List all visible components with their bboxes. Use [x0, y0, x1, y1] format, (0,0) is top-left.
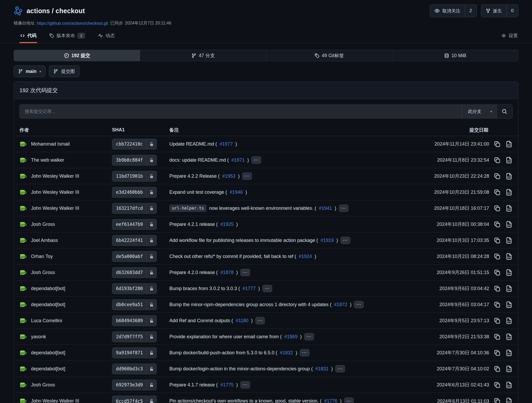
- issue-link[interactable]: #1953: [222, 173, 235, 179]
- sha-badge[interactable]: 11bd71901b: [112, 171, 157, 182]
- expand-commit-body-button[interactable]: ···: [354, 301, 364, 308]
- sha-badge[interactable]: dd960bd3c3: [112, 364, 157, 374]
- sha-badge[interactable]: eef61447b9: [112, 219, 157, 230]
- browse-source-at-commit-button[interactable]: [505, 269, 513, 276]
- avatar[interactable]: [19, 205, 27, 212]
- commit-author-name[interactable]: Josh Gross: [31, 270, 55, 275]
- issue-link[interactable]: #1180: [236, 318, 249, 324]
- commit-author-cell[interactable]: John Wesley Walker III: [19, 188, 112, 196]
- commit-author-name[interactable]: The web walker: [31, 157, 64, 163]
- stat-branches[interactable]: 47 分支: [140, 50, 266, 61]
- issue-link[interactable]: #1832: [280, 350, 293, 356]
- expand-commit-body-button[interactable]: ···: [335, 365, 345, 372]
- avatar[interactable]: [19, 285, 27, 292]
- avatar[interactable]: [19, 172, 27, 180]
- tab-activity[interactable]: 动态: [97, 30, 115, 43]
- sha-badge[interactable]: 3b9b8c884f: [112, 155, 157, 166]
- avatar[interactable]: [19, 253, 27, 260]
- commit-author-name[interactable]: Josh Gross: [31, 382, 55, 388]
- expand-commit-body-button[interactable]: ···: [255, 317, 265, 324]
- sha-badge[interactable]: b684943689: [112, 315, 157, 326]
- avatar[interactable]: [19, 301, 27, 309]
- copy-sha-button[interactable]: [494, 269, 501, 276]
- commit-author-name[interactable]: dependabot[bot]: [31, 350, 65, 356]
- expand-commit-body-button[interactable]: ···: [240, 381, 250, 389]
- sha-badge[interactable]: db0cee9a51: [112, 299, 157, 310]
- commit-author-cell[interactable]: dependabot[bot]: [19, 301, 112, 309]
- issue-link[interactable]: #1777: [242, 286, 256, 291]
- copy-sha-button[interactable]: [494, 301, 501, 308]
- browse-source-at-commit-button[interactable]: [505, 221, 513, 228]
- sha-badge[interactable]: 2d7d9f7ff5: [112, 331, 157, 342]
- commit-author-cell[interactable]: Josh Gross: [19, 221, 112, 228]
- expand-commit-body-button[interactable]: ···: [240, 269, 250, 276]
- sha-badge[interactable]: e3d2460bbb: [112, 187, 157, 198]
- copy-sha-button[interactable]: [494, 141, 501, 148]
- browse-source-at-commit-button[interactable]: [505, 349, 513, 356]
- tab-releases[interactable]: 版本发布 2: [49, 30, 86, 43]
- expand-commit-body-button[interactable]: ···: [341, 237, 350, 244]
- browse-source-at-commit-button[interactable]: [505, 365, 513, 372]
- copy-sha-button[interactable]: [494, 189, 501, 196]
- sha-badge[interactable]: 6d193bf280: [112, 283, 157, 294]
- issue-link[interactable]: #1971: [231, 157, 245, 163]
- avatar[interactable]: [19, 333, 27, 341]
- expand-commit-body-button[interactable]: ···: [262, 285, 272, 292]
- avatar[interactable]: [19, 269, 27, 276]
- issue-link[interactable]: #1776: [324, 398, 337, 403]
- commit-author-name[interactable]: John Wesley Walker III: [31, 190, 79, 195]
- commit-author-cell[interactable]: John Wesley Walker III: [19, 205, 112, 212]
- sha-badge[interactable]: d632683dd7: [112, 267, 157, 278]
- commit-author-cell[interactable]: Josh Gross: [19, 381, 112, 389]
- copy-sha-button[interactable]: [494, 365, 501, 372]
- browse-source-at-commit-button[interactable]: [505, 189, 513, 196]
- copy-sha-button[interactable]: [494, 221, 501, 228]
- unwatch-button[interactable]: 取消关注 2: [430, 4, 477, 17]
- forks-count[interactable]: 0: [506, 5, 518, 17]
- commit-author-cell[interactable]: Joel Ambass: [19, 237, 112, 244]
- avatar[interactable]: [19, 156, 27, 164]
- commit-graph-button[interactable]: 提交图: [49, 66, 79, 77]
- commit-author-cell[interactable]: John Wesley Walker III: [19, 172, 112, 180]
- commit-author-cell[interactable]: John Wesley Walker III: [19, 397, 112, 403]
- commit-author-name[interactable]: John Wesley Walker III: [31, 398, 79, 403]
- commit-author-cell[interactable]: dependabot[bot]: [19, 349, 112, 357]
- expand-commit-body-button[interactable]: ···: [339, 205, 349, 212]
- watchers-count[interactable]: 2: [465, 5, 476, 17]
- browse-source-at-commit-button[interactable]: [505, 301, 513, 308]
- commit-author-name[interactable]: dependabot[bot]: [31, 366, 65, 372]
- browse-source-at-commit-button[interactable]: [505, 317, 513, 324]
- sha-badge[interactable]: 6b42224f41: [112, 235, 157, 246]
- browse-source-at-commit-button[interactable]: [505, 157, 513, 164]
- commit-author-name[interactable]: Joel Ambass: [31, 238, 58, 243]
- commit-author-name[interactable]: Josh Gross: [31, 222, 55, 227]
- expand-commit-body-button[interactable]: ···: [344, 397, 354, 403]
- avatar[interactable]: [19, 140, 27, 148]
- copy-sha-button[interactable]: [494, 349, 501, 356]
- sha-badge[interactable]: cbb722410c: [112, 139, 157, 150]
- copy-sha-button[interactable]: [494, 317, 501, 324]
- copy-sha-button[interactable]: [494, 253, 501, 260]
- expand-commit-body-button[interactable]: ···: [251, 156, 261, 164]
- commit-author-name[interactable]: Mohammad Ismail: [31, 141, 70, 147]
- avatar[interactable]: [19, 221, 27, 228]
- commit-author-name[interactable]: dependabot[bot]: [31, 302, 65, 307]
- copy-sha-button[interactable]: [494, 173, 501, 180]
- copy-sha-button[interactable]: [494, 397, 501, 403]
- search-button[interactable]: [496, 105, 512, 118]
- sha-badge[interactable]: 6ccd57f4c5: [112, 396, 157, 403]
- browse-source-at-commit-button[interactable]: [505, 205, 513, 212]
- issue-link[interactable]: #1925: [220, 222, 234, 227]
- copy-sha-button[interactable]: [494, 157, 501, 164]
- issue-link[interactable]: #1831: [315, 366, 328, 372]
- copy-sha-button[interactable]: [494, 205, 501, 212]
- avatar[interactable]: [19, 381, 27, 389]
- issue-link[interactable]: #1946: [230, 190, 243, 195]
- avatar[interactable]: [19, 365, 27, 373]
- sha-badge[interactable]: 163217dfcd: [112, 203, 157, 214]
- tab-code[interactable]: 代码: [19, 30, 37, 43]
- sha-badge[interactable]: 9a9194f871: [112, 347, 157, 358]
- issue-link[interactable]: #1878: [220, 270, 234, 275]
- commit-author-cell[interactable]: dependabot[bot]: [19, 285, 112, 292]
- mirror-url-link[interactable]: https://github.com/actions/checkout.git: [37, 21, 108, 26]
